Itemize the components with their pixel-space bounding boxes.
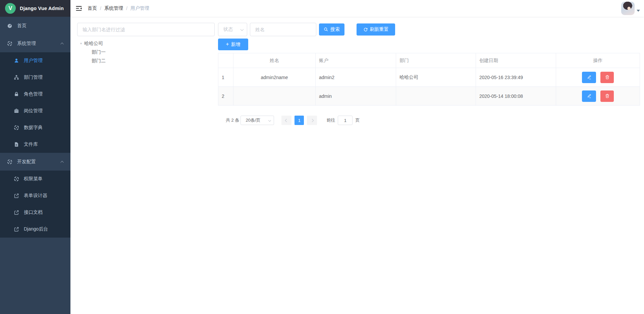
chevron-up-icon	[60, 161, 64, 164]
lock-icon	[14, 91, 19, 97]
sidebar-item-file-library[interactable]: 文件库	[0, 136, 70, 153]
department-tree: ▾ 哈哈公司 部门一 部门二	[77, 39, 215, 65]
goto-label: 前往	[326, 117, 335, 123]
component-icon	[7, 41, 12, 46]
component-icon	[14, 176, 19, 182]
breadcrumb-current: 用户管理	[130, 5, 149, 11]
filter-controls: 状态 搜索 刷新重置	[218, 23, 640, 36]
external-link-icon	[14, 227, 19, 232]
delete-button[interactable]	[600, 90, 614, 102]
hamburger-fold-icon	[75, 5, 82, 12]
tree-expand-icon[interactable]: ▾	[80, 42, 82, 45]
table-row: 1 admin2name admin2 哈哈公司 2020-05-16 23:3…	[218, 68, 640, 87]
page-content: ▾ 哈哈公司 部门一 部门二 状态	[70, 17, 644, 125]
sidebar-toggle-button[interactable]	[70, 0, 87, 17]
user-table-wrap: 姓名 账户 部门 创建日期 操作 1 admin2name ad	[218, 53, 640, 106]
sidebar-item-dev-config[interactable]: 开发配置	[0, 153, 70, 171]
cell-created: 2020-05-14 18:00:08	[476, 87, 556, 106]
add-button[interactable]: + 新增	[218, 39, 248, 50]
sidebar-item-label: 权限菜单	[24, 176, 43, 182]
sidebar-item-home[interactable]: 首页	[0, 17, 70, 35]
status-select-placeholder: 状态	[223, 26, 233, 33]
page-size-select[interactable]: 20条/页	[240, 116, 274, 125]
dashboard-icon	[7, 23, 12, 28]
submenu-dev-config: 权限菜单 表单设计器 接口文档 Django后台	[0, 171, 70, 238]
search-button[interactable]: 搜索	[319, 23, 344, 36]
prev-page-button[interactable]	[281, 116, 291, 125]
page-size-value: 20条/页	[246, 117, 260, 123]
edit-button[interactable]	[582, 72, 596, 83]
external-link-icon	[14, 193, 19, 198]
col-header-account: 账户	[316, 53, 396, 68]
sidebar-item-label: 文件库	[24, 141, 38, 147]
status-select[interactable]: 状态	[218, 23, 247, 36]
pagination-total: 共 2 条	[226, 117, 239, 123]
chevron-down-icon	[240, 28, 244, 31]
user-table: 姓名 账户 部门 创建日期 操作 1 admin2name ad	[218, 53, 640, 106]
goto-page-input[interactable]	[338, 116, 353, 125]
tree-node-label: 哈哈公司	[84, 41, 103, 47]
sidebar-item-post-mgmt[interactable]: 岗位管理	[0, 103, 70, 119]
sidebar-item-form-designer[interactable]: 表单设计器	[0, 187, 70, 204]
sidebar-item-dept-mgmt[interactable]: 部门管理	[0, 69, 70, 86]
page-number-button[interactable]: 1	[294, 116, 304, 125]
sidebar-item-label: 开发配置	[17, 159, 36, 165]
department-filter-input[interactable]	[77, 23, 215, 36]
refresh-icon	[363, 27, 368, 32]
sidebar-item-data-dict[interactable]: 数据字典	[0, 119, 70, 136]
chevron-down-icon	[268, 119, 271, 122]
cell-created: 2020-05-16 23:39:49	[476, 68, 556, 87]
tree-node-label: 部门一	[92, 49, 106, 55]
caret-down-icon	[637, 10, 640, 12]
sidebar-item-label: Django后台	[24, 226, 48, 232]
col-header-index	[218, 53, 233, 68]
sidebar-menu: 首页 系统管理 用户管理 部门管理 角色管理	[0, 17, 70, 238]
next-page-button[interactable]	[307, 116, 317, 125]
goto-suffix: 页	[355, 117, 360, 123]
tree-node-label: 部门二	[92, 58, 106, 64]
breadcrumb: 首页 / 系统管理 / 用户管理	[88, 5, 149, 11]
sidebar-item-user-mgmt[interactable]: 用户管理	[0, 52, 70, 69]
cell-account: admin	[316, 87, 396, 106]
sidebar-item-api-docs[interactable]: 接口文档	[0, 204, 70, 221]
cell-index: 2	[218, 87, 233, 106]
user-avatar	[621, 2, 635, 15]
sidebar-item-permission-menu[interactable]: 权限菜单	[0, 171, 70, 187]
tree-node-dept-1[interactable]: 部门一	[77, 48, 215, 57]
breadcrumb-separator: /	[126, 6, 127, 11]
sidebar-item-label: 角色管理	[24, 91, 43, 97]
sidebar-item-django-admin[interactable]: Django后台	[0, 221, 70, 238]
chevron-right-icon	[311, 119, 314, 122]
main-column: 首页 / 系统管理 / 用户管理 ▾ 哈哈公司	[70, 0, 644, 314]
cell-name: admin2name	[233, 68, 316, 87]
sidebar-item-label: 系统管理	[17, 41, 36, 47]
edit-button[interactable]	[582, 90, 596, 102]
pagination: 共 2 条 20条/页 1 前往 页	[218, 116, 640, 125]
external-link-icon	[14, 210, 19, 215]
name-filter-input[interactable]	[250, 23, 316, 36]
sidebar-item-label: 数据字典	[24, 125, 43, 131]
edit-pencil-icon	[587, 75, 592, 80]
tree-node-company[interactable]: ▾ 哈哈公司	[77, 39, 215, 48]
breadcrumb-system-mgmt[interactable]: 系统管理	[104, 5, 123, 11]
cell-dept: 哈哈公司	[396, 68, 476, 87]
org-tree-icon	[14, 75, 19, 80]
sidebar-item-system-mgmt[interactable]: 系统管理	[0, 35, 70, 52]
app-logo-icon: V	[5, 3, 16, 14]
app-logo[interactable]: V Django Vue Admin	[0, 0, 70, 17]
delete-button[interactable]	[600, 72, 614, 83]
app-root: V Django Vue Admin 首页 系统管理 用户管理	[0, 0, 644, 314]
refresh-reset-button[interactable]: 刷新重置	[357, 23, 395, 36]
breadcrumb-home[interactable]: 首页	[88, 5, 97, 11]
col-header-name: 姓名	[233, 53, 316, 68]
cell-name	[233, 87, 316, 106]
sidebar-item-label: 表单设计器	[24, 193, 47, 199]
tree-node-dept-2[interactable]: 部门二	[77, 57, 215, 65]
plus-icon: +	[226, 42, 229, 47]
sidebar-item-role-mgmt[interactable]: 角色管理	[0, 86, 70, 103]
row-actions	[558, 72, 638, 83]
user-menu[interactable]	[621, 2, 640, 15]
chevron-left-icon	[285, 119, 288, 122]
sidebar-item-label: 接口文档	[24, 209, 43, 215]
department-panel: ▾ 哈哈公司 部门一 部门二	[77, 23, 215, 65]
